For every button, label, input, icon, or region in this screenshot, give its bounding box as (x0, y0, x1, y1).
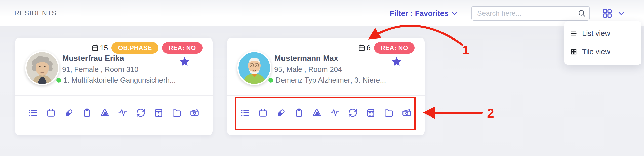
diagnosis-text: Demenz Typ Alzheimer; 3. Niere... (275, 76, 386, 84)
list-button[interactable] (240, 108, 250, 118)
clipboard-icon (294, 108, 304, 118)
calendar-icon (258, 108, 268, 118)
vitals-button[interactable] (330, 108, 340, 118)
wound-doc-button[interactable] (312, 108, 322, 118)
clipboard-button[interactable] (82, 108, 92, 118)
sync-button[interactable] (136, 108, 146, 118)
menu-item-label: Tile view (582, 48, 610, 56)
clipboard-icon (82, 108, 92, 118)
clipboard-button[interactable] (294, 108, 304, 118)
sync-button[interactable] (348, 108, 358, 118)
filter-label: Filter : Favorites (390, 9, 449, 18)
view-menu-dropdown: List view Tile view (564, 15, 641, 65)
money-icon (402, 108, 412, 118)
schedule-icon (366, 108, 376, 118)
pulse-icon (330, 108, 340, 118)
resident-name: Mustermann Max (274, 54, 338, 63)
schedule-icon (154, 108, 164, 118)
calendar-button[interactable] (258, 108, 268, 118)
list-icon (240, 108, 250, 118)
billing-button[interactable] (190, 108, 199, 118)
appointments-number: 15 (100, 44, 108, 52)
documents-button[interactable] (172, 108, 182, 118)
filter-button[interactable]: Filter : Favorites (390, 9, 458, 18)
favorite-star-icon[interactable] (391, 56, 402, 67)
status-dot (268, 78, 273, 83)
avatar[interactable] (25, 51, 59, 85)
annotation-number-2: 2 (487, 106, 494, 121)
status-dot (56, 78, 61, 83)
dropdown-panel: List view Tile view (564, 21, 641, 65)
folder-icon (172, 108, 182, 118)
resident-photo (26, 52, 58, 84)
calendar-icon (46, 108, 56, 118)
list-button[interactable] (28, 108, 38, 118)
diagnosis-row: 1. Multifaktorielle Gangunsicherh... (56, 76, 176, 84)
medication-button[interactable] (276, 108, 286, 118)
vitals-button[interactable] (118, 108, 128, 118)
topbar: RESIDENTS Filter : Favorites (0, 0, 644, 26)
resident-name: Musterfrau Erika (62, 54, 124, 63)
calendar-button[interactable] (46, 108, 56, 118)
favorite-star-icon[interactable] (179, 56, 190, 67)
card-action-bar (240, 108, 412, 118)
diagnosis-row: Demenz Typ Alzheimer; 3. Niere... (268, 76, 386, 84)
pill-icon (64, 108, 74, 118)
resident-info: 95, Male , Room 204 (274, 65, 342, 74)
schedule-button[interactable] (366, 108, 376, 118)
pyramid-icon (312, 108, 322, 118)
list-view-icon (570, 30, 577, 37)
residents-page: RESIDENTS Filter : Favorites List vie (0, 0, 644, 156)
medication-button[interactable] (64, 108, 74, 118)
sync-icon (348, 108, 358, 118)
card-status-row: 6 REA: NO (358, 42, 415, 54)
avatar[interactable] (237, 51, 271, 85)
appointments-number: 6 (367, 44, 371, 52)
rea-badge: REA: NO (374, 42, 415, 54)
card-divider (227, 95, 425, 96)
chevron-down-icon (451, 10, 458, 17)
pill-icon (276, 108, 286, 118)
appointments-count[interactable]: 6 (358, 44, 371, 52)
sync-icon (136, 108, 146, 118)
documents-button[interactable] (384, 108, 394, 118)
wound-doc-button[interactable] (100, 108, 110, 118)
schedule-button[interactable] (154, 108, 164, 118)
billing-button[interactable] (402, 108, 412, 118)
menu-item-label: List view (582, 29, 610, 38)
resident-photo (238, 52, 270, 84)
card-status-row: 15 OB.PHASE REA: NO (91, 42, 203, 54)
card-action-bar (28, 108, 199, 118)
phase-badge: OB.PHASE (111, 42, 158, 54)
money-icon (190, 108, 199, 118)
card-divider (15, 95, 213, 96)
annotation-number-1: 1 (462, 43, 469, 57)
pyramid-icon (100, 108, 110, 118)
calendar-icon (91, 44, 99, 52)
folder-icon (384, 108, 394, 118)
resident-card-erika: 15 OB.PHASE REA: NO Musterfrau Erika 91,… (15, 38, 213, 135)
list-icon (28, 108, 38, 118)
menu-item-list-view[interactable]: List view (570, 27, 610, 40)
tile-view-icon (570, 48, 577, 55)
rea-badge: REA: NO (162, 42, 203, 54)
diagnosis-text: 1. Multifaktorielle Gangunsicherh... (63, 76, 176, 84)
resident-card-max: 6 REA: NO Mustermann Max 95, Male , Room… (227, 38, 425, 135)
appointments-count[interactable]: 15 (91, 44, 108, 52)
resident-info: 91, Female , Room 310 (62, 65, 138, 74)
pulse-icon (118, 108, 128, 118)
calendar-icon (358, 44, 366, 52)
menu-item-tile-view[interactable]: Tile view (570, 46, 610, 58)
page-title: RESIDENTS (14, 9, 57, 17)
